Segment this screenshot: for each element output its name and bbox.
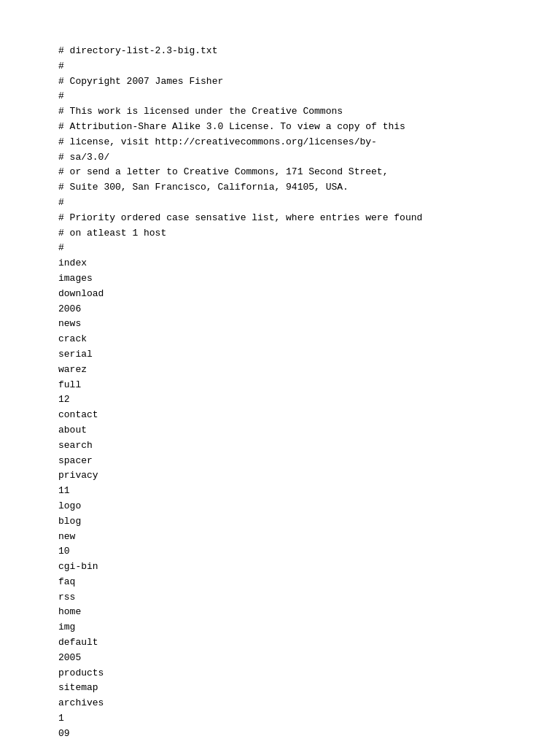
text-line: 10 — [58, 544, 502, 560]
text-line: default — [58, 635, 502, 651]
text-line: full — [58, 378, 502, 393]
text-line: contact — [58, 408, 502, 423]
text-line: 11 — [58, 484, 502, 499]
text-line: search — [58, 438, 502, 454]
text-line: 1 — [58, 711, 502, 727]
text-line: products — [58, 666, 502, 681]
text-line: # license, visit http://creativecommons.… — [58, 135, 502, 150]
text-line: 09 — [58, 727, 502, 742]
text-line: download — [58, 287, 502, 302]
text-line: home — [58, 605, 502, 620]
text-line: sitemap — [58, 681, 502, 696]
text-line: # or send a letter to Creative Commons, … — [58, 165, 502, 180]
text-line: # Attribution-Share Alike 3.0 License. T… — [58, 120, 502, 135]
text-line: 2006 — [58, 302, 502, 317]
text-line: faq — [58, 575, 502, 590]
text-line: serial — [58, 347, 502, 363]
text-line: # — [58, 196, 502, 211]
main-content: # directory-list-2.3-big.txt## Copyright… — [58, 44, 502, 742]
text-line: spacer — [58, 454, 502, 469]
text-line: # — [58, 89, 502, 104]
text-line: images — [58, 271, 502, 287]
text-line: # — [58, 241, 502, 256]
text-line: new — [58, 530, 502, 545]
text-line: news — [58, 317, 502, 332]
text-line: privacy — [58, 468, 502, 484]
text-line: index — [58, 256, 502, 271]
text-line: about — [58, 423, 502, 438]
text-line: 12 — [58, 392, 502, 408]
text-line: # — [58, 59, 502, 74]
text-line: # Priority ordered case sensative list, … — [58, 211, 502, 226]
text-line: crack — [58, 332, 502, 347]
text-line: # This work is licensed under the Creati… — [58, 104, 502, 120]
text-line: warez — [58, 363, 502, 378]
text-line: img — [58, 620, 502, 635]
text-line: # on atleast 1 host — [58, 226, 502, 241]
text-line: # directory-list-2.3-big.txt — [58, 44, 502, 59]
text-line: # sa/3.0/ — [58, 150, 502, 166]
text-line: cgi-bin — [58, 560, 502, 575]
text-line: blog — [58, 514, 502, 530]
text-line: rss — [58, 590, 502, 605]
text-line: # Copyright 2007 James Fisher — [58, 74, 502, 90]
text-line: archives — [58, 696, 502, 711]
text-line: 2005 — [58, 651, 502, 666]
text-line: logo — [58, 499, 502, 514]
text-line: # Suite 300, San Francisco, California, … — [58, 180, 502, 196]
